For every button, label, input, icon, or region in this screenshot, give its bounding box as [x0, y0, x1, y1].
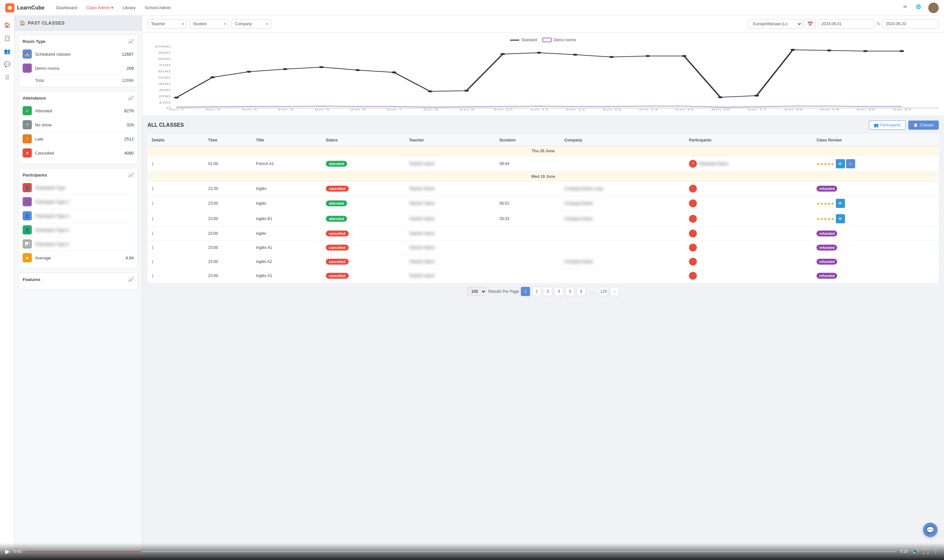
info-icon[interactable]: ℹ [152, 186, 153, 191]
row-company [560, 156, 685, 172]
row-participants [685, 227, 813, 241]
eye-button[interactable]: 👁 [836, 199, 845, 208]
timezone-select[interactable]: Europe/Warsaw (Lo [748, 19, 802, 29]
row-duration [495, 255, 560, 269]
date-from-input[interactable] [818, 19, 874, 29]
svg-text:Jun 20: Jun 20 [856, 108, 875, 110]
row-time: 23:00 [204, 227, 252, 241]
row-participants [685, 182, 813, 196]
attendance-title: Attendance [23, 95, 46, 100]
svg-text:Jun 18: Jun 18 [783, 108, 803, 110]
group-header-wed: Wed 19 June [148, 172, 939, 182]
info-icon[interactable]: ℹ [152, 259, 153, 264]
eye-button[interactable]: 👁 [836, 159, 845, 168]
legend-standard-label: Standard [521, 38, 537, 42]
legend-demo-label: Demo rooms [554, 38, 576, 42]
left-panel: 🏠 PAST CLASSES Room Type 📈 🏫 Scheduled c… [14, 16, 142, 560]
info-icon[interactable]: ℹ [152, 201, 153, 206]
svg-text:Jun 7: Jun 7 [386, 108, 402, 110]
star-rating: ★★★★★ [816, 162, 834, 166]
page-next-button[interactable]: › [610, 287, 619, 296]
svg-point-43 [827, 49, 831, 51]
row-title: inglés A2 [252, 255, 322, 269]
svg-text:Jun 17: Jun 17 [747, 108, 767, 110]
row-time: 23:00 [204, 255, 252, 269]
play-button[interactable]: ▶ [5, 548, 10, 555]
progress-bar[interactable] [25, 551, 896, 552]
teacher-filter[interactable]: Teacher [148, 19, 187, 29]
row-review: ★★★★★ 👁 [813, 211, 938, 227]
nav-class-admin[interactable]: Class Admin ▾ [82, 3, 117, 13]
page-5-button[interactable]: 5 [565, 287, 575, 296]
more-button[interactable]: ⋮ [933, 548, 939, 555]
per-page-select[interactable]: 100 [467, 287, 486, 296]
svg-point-45 [899, 50, 904, 52]
table-row: ℹ 01:00 French A1 attended Teacher Name … [148, 156, 939, 172]
table-row: ℹ 23:00 inglés B1 attended Teacher Name … [148, 211, 939, 227]
logo[interactable]: LearnCube [5, 3, 45, 12]
attendance-chart-icon[interactable]: 📈 [128, 95, 134, 100]
participant-icon-3: 👤 [23, 211, 32, 220]
row-time: 23:00 [204, 196, 252, 211]
info-icon[interactable]: ℹ [152, 231, 153, 236]
row-duration: 56:51 [495, 196, 560, 211]
participant-label-5: Participant Type 5 [35, 242, 134, 246]
info-icon[interactable]: ℹ [152, 273, 153, 278]
late-label: Late [35, 137, 124, 142]
top-nav: LearnCube Dashboard Class Admin ▾ Librar… [0, 0, 944, 16]
row-details: ℹ [148, 156, 205, 172]
info-icon[interactable]: ℹ [152, 161, 153, 166]
student-filter[interactable]: Student [190, 19, 229, 29]
page-2-button[interactable]: 2 [532, 287, 541, 296]
nav-school-admin[interactable]: School Admin [141, 3, 175, 13]
page-4-button[interactable]: 4 [554, 287, 563, 296]
features-chart-icon[interactable]: 📈 [128, 277, 134, 282]
volume-button[interactable]: 🔊 [912, 548, 919, 555]
row-teacher: Teacher Name [405, 255, 495, 269]
participant-icon-1: 👤 [23, 183, 32, 192]
participants-chart-icon[interactable]: 📈 [128, 172, 134, 177]
legend-standard: Standard [510, 38, 537, 42]
globe-icon[interactable]: 🌐 [916, 4, 923, 11]
sidebar-chat-icon[interactable]: 💬 [2, 59, 12, 69]
main-content: Teacher Student Company Europe/Warsaw (L… [142, 16, 944, 560]
sidebar-list-icon[interactable]: ☰ [2, 72, 12, 83]
user-avatar[interactable] [928, 3, 939, 13]
calendar-icon[interactable]: 📅 [804, 19, 816, 29]
classes-button[interactable]: 📋 Classes [908, 120, 939, 130]
chat-fab[interactable]: 💬 [923, 523, 938, 537]
row-status: cancelled [322, 255, 405, 269]
svg-point-32 [428, 91, 433, 92]
svg-point-2 [8, 6, 11, 9]
attended-label: Attended [35, 108, 124, 113]
company-filter[interactable]: Company [231, 19, 271, 29]
row-title: French A1 [252, 156, 322, 172]
mail-icon[interactable]: ✉ [903, 4, 910, 11]
svg-point-44 [863, 50, 868, 52]
page-1-button[interactable]: 1 [521, 287, 530, 296]
page-dots: ... [588, 287, 597, 296]
sidebar-users-icon[interactable]: 👥 [2, 46, 12, 56]
nav-library[interactable]: Library [119, 3, 140, 13]
page-last-button[interactable]: 129 [599, 287, 608, 296]
info-icon[interactable]: ℹ [152, 245, 153, 250]
svg-text:Jun 6: Jun 6 [350, 108, 366, 110]
room-type-chart-icon[interactable]: 📈 [128, 38, 134, 44]
nav-dashboard[interactable]: Dashboard [52, 3, 81, 13]
row-duration [495, 269, 560, 283]
info-icon[interactable]: ℹ [152, 216, 153, 222]
row-review: ★★★★★ 👁 [813, 196, 938, 211]
page-6-button[interactable]: 6 [577, 287, 586, 296]
sidebar-home-icon[interactable]: 🏠 [2, 20, 12, 30]
square-button[interactable]: ▪ [846, 159, 855, 168]
fullscreen-button[interactable]: ⛶ [923, 548, 929, 555]
page-3-button[interactable]: 3 [543, 287, 552, 296]
date-to-input[interactable] [882, 19, 939, 29]
room-type-title: Room Type [23, 39, 46, 44]
svg-text:Jun 16: Jun 16 [710, 108, 730, 110]
sidebar-classes-icon[interactable]: 📋 [2, 33, 12, 43]
eye-button[interactable]: 👁 [836, 214, 845, 223]
participants-button[interactable]: 👥 Participants [869, 120, 906, 130]
row-participants [685, 196, 813, 211]
svg-text:Jun 15: Jun 15 [674, 108, 694, 110]
